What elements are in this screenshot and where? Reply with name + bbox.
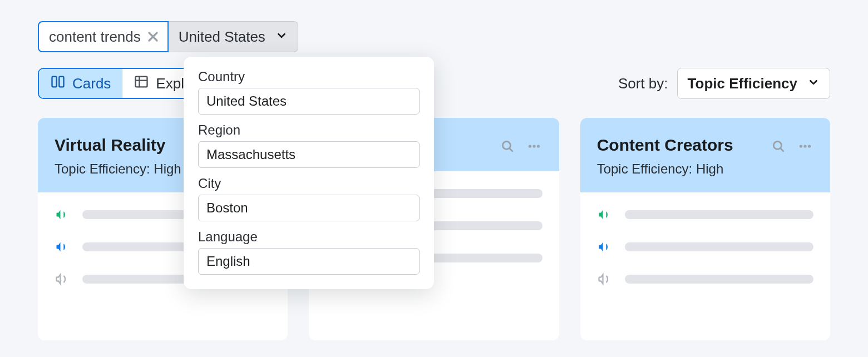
svg-line-16 — [780, 148, 783, 151]
language-label: Language — [198, 229, 420, 245]
more-icon[interactable] — [526, 139, 542, 156]
search-chip-text: content trends — [49, 28, 141, 46]
tab-cards[interactable]: Cards — [39, 69, 122, 98]
chevron-down-icon — [807, 75, 820, 92]
tab-cards-label: Cards — [72, 75, 111, 92]
bullhorn-icon — [55, 207, 70, 222]
cards-icon — [50, 74, 66, 93]
search-chip[interactable]: content trends — [38, 21, 169, 52]
svg-line-11 — [509, 148, 512, 151]
bullhorn-icon — [55, 271, 70, 287]
country-select[interactable]: United States — [198, 88, 420, 115]
card-title: Content Creators — [597, 136, 733, 155]
city-value: Boston — [206, 200, 248, 216]
location-filter-pill[interactable]: United States — [169, 21, 298, 52]
city-select[interactable]: Boston — [198, 195, 420, 221]
bullhorn-icon — [597, 271, 613, 287]
sort-select-value: Topic Efficiency — [688, 75, 797, 92]
svg-point-13 — [532, 145, 535, 147]
country-label: Country — [198, 69, 420, 85]
bullhorn-icon — [597, 239, 613, 255]
chevron-down-icon — [275, 28, 288, 46]
close-icon[interactable] — [146, 30, 160, 43]
svg-rect-0 — [52, 76, 57, 87]
table-icon — [134, 74, 149, 93]
svg-point-19 — [808, 145, 811, 147]
region-select[interactable]: Massachusetts — [198, 141, 420, 168]
location-filter-label: United States — [179, 28, 265, 46]
language-value: English — [206, 254, 250, 269]
country-value: United States — [206, 93, 287, 109]
search-icon[interactable] — [500, 139, 515, 156]
sort-label: Sort by: — [618, 75, 668, 92]
svg-rect-1 — [59, 76, 63, 87]
language-select[interactable]: English — [198, 248, 420, 275]
svg-point-14 — [537, 145, 540, 147]
svg-point-18 — [803, 145, 806, 147]
card-efficiency: Topic Efficiency: High — [55, 161, 181, 177]
card-title: Virtual Reality — [55, 136, 181, 155]
svg-rect-2 — [136, 76, 147, 87]
list-item — [597, 239, 813, 255]
svg-point-17 — [800, 145, 802, 147]
svg-point-12 — [528, 145, 531, 147]
list-item — [597, 207, 813, 222]
bullhorn-icon — [597, 207, 613, 222]
bullhorn-icon — [55, 239, 70, 255]
location-dropdown-panel: Country United States Region Massachuset… — [184, 57, 434, 289]
card-efficiency: Topic Efficiency: High — [597, 161, 733, 177]
tab-explorer-label: Expl — [156, 75, 184, 92]
city-label: City — [198, 176, 420, 191]
region-label: Region — [198, 122, 420, 138]
topic-card: Content Creators Topic Efficiency: High — [580, 118, 830, 340]
more-icon[interactable] — [797, 139, 813, 156]
list-item — [597, 271, 813, 287]
view-toggle: Cards Expl — [38, 68, 196, 99]
sort-select[interactable]: Topic Efficiency — [677, 68, 830, 99]
search-icon[interactable] — [771, 139, 786, 156]
region-value: Massachusetts — [206, 147, 295, 162]
